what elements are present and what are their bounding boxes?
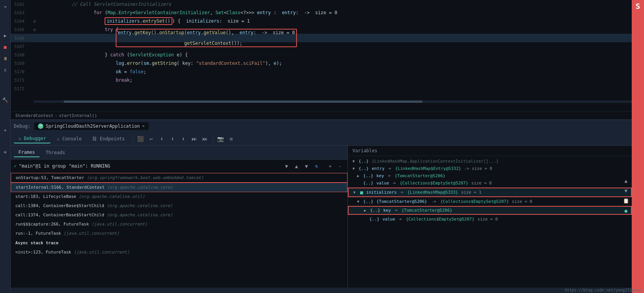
screenshot-button[interactable]: 📷 — [216, 134, 225, 143]
toolbar: ⚠ Debugger ⚠ Console ⛓ Endpoints ⬛ ↩ ⬇ ⬇… — [11, 132, 632, 146]
right-brand-bar: S — [632, 0, 644, 293]
debug-bar: Debug: 🍃 SpringCloudOauth2ServerApplicat… — [11, 120, 632, 132]
frame-item-async-0[interactable]: <init>:123, FutureTask (java.util.concur… — [11, 248, 347, 257]
variables-header: Variables — [348, 146, 632, 156]
left-sidebar: ☁ ▶ ■ ⏸ Λ 🔨 ★ ⊕ — [0, 0, 11, 293]
frame-item-5[interactable]: run$$$capture:266, FutureTask (java.util… — [11, 220, 347, 229]
tab-threads[interactable]: Threads — [41, 148, 70, 157]
stop-icon[interactable]: ■ — [1, 43, 10, 51]
close-tab-button[interactable]: × — [142, 123, 145, 128]
editor-area: 5162 // Call ServletContainerInitializer… — [11, 0, 632, 293]
force-step-into-button[interactable]: ⬇ — [168, 134, 177, 143]
scroll-up-button[interactable]: + — [326, 162, 334, 170]
brand-logo: S — [636, 2, 640, 11]
frame-list: onStartup:53, TomcatStarter (org.springf… — [11, 173, 347, 288]
var-item-top[interactable]: ▼ {..} {LinkedHashMap.ApplicationContext… — [348, 158, 632, 165]
step-icon[interactable]: Λ — [1, 66, 10, 74]
tab-endpoints[interactable]: ⛓ Endpoints — [88, 135, 129, 143]
var-copy[interactable]: 📋 — [622, 196, 630, 205]
rerun-button[interactable]: ⬛ — [136, 134, 145, 143]
async-trace-label: Async stack trace — [11, 238, 347, 248]
code-content: 5162 // Call ServletContainerInitializer… — [11, 0, 632, 111]
cloud-explorer-icon[interactable]: ☁ — [1, 2, 10, 10]
tab-debugger[interactable]: ⚠ Debugger — [14, 134, 51, 143]
step-into-button[interactable]: ⬇ — [157, 134, 167, 143]
structure-icon[interactable]: 🔨 — [1, 96, 10, 104]
bottom-url: https://blog.csdn.net/yang131peng — [565, 288, 641, 292]
step-out-button[interactable]: ⬆ — [179, 134, 188, 143]
frame-item-3[interactable]: call:1384, ContainerBase$StartChild (org… — [11, 201, 347, 211]
expand-thread-button[interactable]: ▼ — [282, 162, 291, 170]
code-area: 5162 // Call ServletContainerInitializer… — [11, 0, 632, 111]
var-watch[interactable]: ● — [622, 206, 630, 215]
frame-item-1[interactable]: startInternal:5166, StandardContext (org… — [11, 183, 347, 192]
run-to-cursor-button[interactable]: ⏭ — [190, 134, 199, 143]
scroll-down-thread-button[interactable]: ▼ — [302, 162, 311, 170]
filter-thread-button[interactable]: ⚗ — [312, 162, 321, 170]
var-item-key[interactable]: ▶ {..} key = {TomcatStarter@5206} — [348, 172, 632, 179]
scroll-up-thread-button[interactable]: ▲ — [292, 162, 301, 170]
frames-panel: Frames Threads ✓ "main"@1 in group "main… — [11, 146, 348, 288]
var-list: ▲ ▼ 📋 ● ▼ {..} {LinkedHashMap.Applicatio… — [348, 156, 632, 288]
favorites-icon[interactable]: ★ — [1, 126, 10, 134]
thread-controls: ▼ ▲ ▼ ⚗ — [282, 162, 321, 170]
var-item-tomcat-entry[interactable]: ▼ {..} {TomcatStarter@5206} -> {Collecti… — [348, 198, 632, 205]
thread-header: ✓ "main"@1 in group "main": RUNNING ▼ ▲ … — [11, 160, 347, 173]
var-scroll-down[interactable]: ▼ — [622, 186, 630, 195]
pause-icon[interactable]: ⏸ — [1, 54, 10, 63]
var-scroll-up[interactable]: ▲ — [622, 176, 630, 185]
settings-button[interactable]: ≡ — [227, 134, 236, 143]
var-item-initializers[interactable]: ▼ ■ initializers = {LinkedHashMap@5333} … — [348, 188, 632, 197]
frame-item-4[interactable]: call:1374, ContainerBase$StartChild (org… — [11, 211, 347, 220]
thread-check-icon: ✓ — [14, 163, 16, 169]
frames-tabs: Frames Threads — [11, 146, 347, 160]
frame-item-6[interactable]: run:-1, FutureTask (java.util.concurrent… — [11, 229, 347, 238]
frame-item-0[interactable]: onStartup:53, TomcatStarter (org.springf… — [11, 173, 347, 183]
frame-item-2[interactable]: start:183, LifecycleBase (org.apache.cat… — [11, 192, 347, 201]
main-container: ☁ ▶ ■ ⏸ Λ 🔨 ★ ⊕ 5162 // Call ServletCont… — [0, 0, 644, 293]
variables-panel: Variables ▲ ▼ 📋 ● ▼ {..} {LinkedHashMap.… — [348, 146, 632, 288]
debug-session-tab[interactable]: 🍃 SpringCloudOauth2ServerApplication × — [34, 122, 148, 130]
debug-main-area: Frames Threads ✓ "main"@1 in group "main… — [11, 146, 632, 288]
var-item-key-nested[interactable]: ▶ {..} key = {TomcatStarter@5206} — [348, 206, 632, 215]
web-icon[interactable]: ⊕ — [1, 148, 10, 156]
breadcrumb: StandardContext › startInternal() — [11, 111, 632, 120]
run-debug-icon[interactable]: ▶ — [1, 31, 10, 40]
var-item-value[interactable]: {..} value = {Collections$EmptySet@5207}… — [348, 179, 632, 187]
var-item-entry[interactable]: ▼ {..} entry = {LinkedHashMap$Entry@5332… — [348, 165, 632, 172]
initializers-indicator-icon: ■ — [360, 189, 363, 195]
tab-console[interactable]: ⚠ Console — [52, 135, 86, 143]
spring-icon: 🍃 — [38, 123, 43, 129]
step-over-button[interactable]: ↩ — [147, 134, 156, 143]
var-item-value-nested[interactable]: {..} value = {Collections$EmptySet@5207}… — [348, 216, 632, 223]
scroll-down-button[interactable]: - — [336, 162, 344, 170]
evaluate-button[interactable]: ⏭ — [200, 134, 210, 143]
tab-frames[interactable]: Frames — [14, 148, 39, 157]
code-line-5171: 5171 break; — [11, 76, 632, 84]
